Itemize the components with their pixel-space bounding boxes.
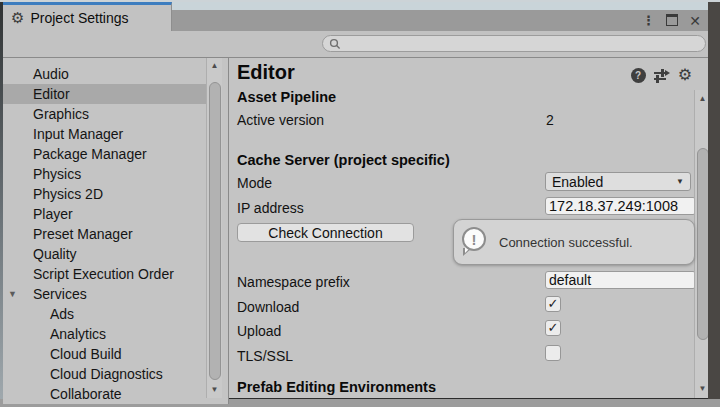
section-heading-prefab-editing: Prefab Editing Environments — [237, 379, 436, 395]
sidebar-item-cloud-build[interactable]: Cloud Build — [3, 344, 206, 364]
desktop-right-strip — [708, 2, 720, 399]
sidebar-item-label: Collaborate — [50, 386, 122, 402]
titlebar: ⚙ Project Settings ⋮ ✕ — [3, 2, 708, 31]
sidebar-item-label: Editor — [33, 86, 70, 102]
ip-address-label: IP address — [237, 200, 304, 216]
panel-header-icons: ? ⚙ — [631, 67, 692, 83]
sidebar-item-label: Physics 2D — [33, 186, 103, 202]
sidebar-item-label: Graphics — [33, 106, 89, 122]
editor-settings-panel: Editor ? ⚙ Asset Pipeline Active version… — [229, 58, 708, 398]
titlebar-accent-band — [172, 2, 708, 10]
sidebar-item-ads[interactable]: Ads — [3, 304, 206, 324]
sidebar-item-editor[interactable]: Editor — [3, 84, 206, 104]
sidebar-scrollbar[interactable]: ▲ ▼ — [206, 58, 222, 398]
active-version-label: Active version — [237, 112, 324, 128]
sidebar-item-quality[interactable]: Quality — [3, 244, 206, 264]
sidebar-item-label: Preset Manager — [33, 226, 133, 242]
sidebar-item-preset-manager[interactable]: Preset Manager — [3, 224, 206, 244]
sidebar-item-label: Script Execution Order — [33, 266, 174, 282]
gear-icon: ⚙ — [11, 11, 24, 26]
download-label: Download — [237, 299, 299, 315]
tooltip-text: Connection successful. — [499, 235, 633, 250]
sidebar-item-analytics[interactable]: Analytics — [3, 324, 206, 344]
namespace-prefix-field[interactable]: default — [545, 271, 696, 289]
notification-bubble-icon: ! — [460, 227, 490, 257]
check-connection-button[interactable]: Check Connection — [237, 223, 414, 242]
sidebar-item-graphics[interactable]: Graphics — [3, 104, 206, 124]
toolbar — [3, 31, 708, 58]
help-icon[interactable]: ? — [631, 68, 646, 83]
upload-checkbox[interactable]: ✓ — [545, 320, 561, 336]
maximize-icon[interactable] — [666, 13, 678, 29]
sidebar-item-physics[interactable]: Physics — [3, 164, 206, 184]
sidebar-item-label: Cloud Build — [50, 346, 122, 362]
sidebar-item-collaborate[interactable]: Collaborate — [3, 384, 206, 404]
sidebar-item-script-execution-order[interactable]: Script Execution Order — [3, 264, 206, 284]
sidebar-item-cloud-diagnostics[interactable]: Cloud Diagnostics — [3, 364, 206, 384]
namespace-prefix-label: Namespace prefix — [237, 274, 350, 290]
search-icon — [329, 38, 341, 50]
active-version-value: 2 — [546, 112, 554, 128]
settings-category-list: Audio Editor Graphics Input Manager Pack… — [3, 58, 229, 404]
sidebar-item-audio[interactable]: Audio — [3, 64, 206, 84]
window-menu-icon[interactable]: ⋮ — [642, 14, 655, 27]
search-field[interactable] — [322, 35, 706, 52]
tab-project-settings[interactable]: ⚙ Project Settings — [3, 2, 172, 31]
tls-ssl-checkbox[interactable] — [545, 345, 561, 361]
sidebar-item-label: Ads — [50, 306, 74, 322]
gear-icon[interactable]: ⚙ — [678, 67, 692, 83]
upload-label: Upload — [237, 323, 281, 339]
sidebar-item-physics-2d[interactable]: Physics 2D — [3, 184, 206, 204]
section-heading-cache-server: Cache Server (project specific) — [237, 152, 450, 168]
sidebar-item-label: Analytics — [50, 326, 106, 342]
sidebar-item-services[interactable]: ▼ Services — [3, 284, 206, 304]
close-icon[interactable]: ✕ — [689, 14, 701, 28]
mode-label: Mode — [237, 175, 272, 191]
download-checkbox[interactable]: ✓ — [545, 296, 561, 312]
scrollbar-thumb[interactable] — [697, 148, 708, 340]
sidebar-item-label: Physics — [33, 166, 81, 182]
sidebar-item-label: Quality — [33, 246, 77, 262]
connection-tooltip: ! Connection successful. — [453, 219, 695, 265]
sidebar-item-player[interactable]: Player — [3, 204, 206, 224]
sidebar-item-label: Services — [33, 286, 87, 302]
sidebar-item-package-manager[interactable]: Package Manager — [3, 144, 206, 164]
mode-dropdown[interactable]: Enabled ▼ — [545, 172, 691, 191]
sidebar-item-label: Audio — [33, 66, 69, 82]
ip-address-field[interactable]: 172.18.37.249:1008 — [545, 197, 696, 215]
foldout-expanded-icon[interactable]: ▼ — [8, 284, 17, 304]
tab-title: Project Settings — [30, 10, 128, 26]
sidebar-item-input-manager[interactable]: Input Manager — [3, 124, 206, 144]
scrollbar-thumb[interactable] — [209, 82, 221, 380]
titlebar-controls: ⋮ ✕ — [172, 10, 708, 31]
tls-ssl-label: TLS/SSL — [237, 348, 293, 364]
preset-icon[interactable] — [654, 68, 670, 82]
search-input[interactable] — [345, 36, 699, 52]
scroll-down-icon[interactable]: ▼ — [207, 384, 222, 396]
scroll-down-icon[interactable]: ▼ — [695, 383, 708, 395]
content-area: Audio Editor Graphics Input Manager Pack… — [3, 58, 708, 398]
sidebar-item-label: Input Manager — [33, 126, 123, 142]
checkmark-icon: ✓ — [548, 321, 559, 334]
checkmark-icon: ✓ — [548, 297, 559, 310]
sidebar-item-label: Player — [33, 206, 73, 222]
sidebar-item-label: Package Manager — [33, 146, 147, 162]
scroll-up-icon[interactable]: ▲ — [207, 60, 222, 72]
project-settings-window: ⚙ Project Settings ⋮ ✕ Audio Editor Grap… — [3, 2, 708, 396]
scroll-up-icon[interactable]: ▲ — [695, 93, 708, 105]
sidebar-item-label: Cloud Diagnostics — [50, 366, 163, 382]
main-scrollbar[interactable]: ▲ ▼ — [694, 90, 708, 398]
chevron-down-icon: ▼ — [676, 177, 684, 186]
mode-dropdown-value: Enabled — [552, 174, 603, 190]
section-heading-asset-pipeline: Asset Pipeline — [237, 89, 336, 105]
page-title: Editor — [237, 61, 295, 84]
